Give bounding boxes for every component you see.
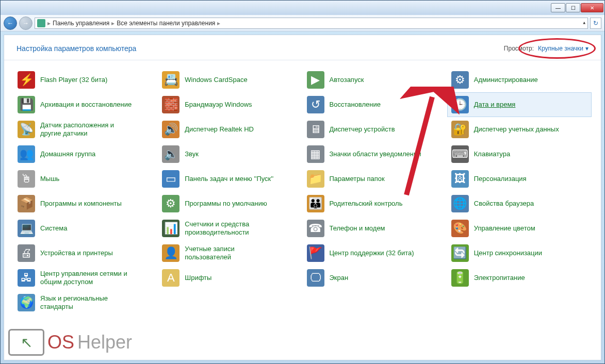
cp-item[interactable]: 📇Windows CardSpace — [158, 68, 302, 92]
cp-item-icon: ▭ — [162, 170, 179, 188]
cp-item[interactable]: 🎨Управление цветом — [447, 216, 592, 241]
view-value-dropdown[interactable]: Крупные значки ▾ — [538, 45, 588, 52]
cp-item-icon: 🚩 — [307, 244, 324, 262]
cp-item-label: Flash Player (32 бита) — [40, 76, 107, 84]
cp-item[interactable]: 🌍Язык и региональные стандарты — [13, 290, 158, 315]
cp-item[interactable]: ☎Телефон и модем — [303, 216, 447, 241]
cp-item[interactable]: ▶Автозапуск — [303, 68, 447, 92]
cp-item[interactable]: 👥Домашняя группа — [13, 142, 158, 167]
cp-item[interactable]: 👤Учетные записи пользователей — [158, 241, 302, 266]
cp-item[interactable]: AШрифты — [158, 266, 302, 290]
cp-item[interactable]: 📡Датчик расположения и другие датчики — [13, 117, 158, 142]
minimize-button[interactable]: — — [551, 3, 565, 12]
cp-item-icon: 🔄 — [451, 244, 469, 262]
cp-item[interactable]: 🔐Диспетчер учетных данных — [447, 117, 592, 142]
cp-item[interactable]: 🔋Электропитание — [447, 266, 592, 290]
cp-item[interactable]: 💾Архивация и восстановление — [13, 92, 158, 117]
view-label: Просмотр: — [504, 45, 534, 52]
cp-item[interactable]: ⚙Администрирование — [447, 68, 592, 92]
refresh-button[interactable]: ↻ — [590, 18, 601, 29]
cp-item-icon: 🖨 — [18, 244, 35, 262]
cp-item[interactable]: ⌨Клавиатура — [447, 142, 592, 167]
cp-item-icon: 👥 — [18, 145, 35, 163]
view-value-text: Крупные значки — [538, 45, 583, 52]
cp-item-label: Телефон и модем — [330, 224, 385, 233]
cp-item-label: Экран — [330, 274, 349, 282]
breadcrumb-sep: ▸ — [47, 20, 51, 27]
cp-item-label: Персонализация — [474, 175, 527, 183]
forward-button[interactable]: → — [19, 16, 32, 30]
cp-item-label: Родительский контроль — [330, 200, 403, 208]
cp-item-icon: 🔊 — [162, 121, 179, 138]
cp-item[interactable]: 🌐Свойства браузера — [447, 191, 592, 216]
maximize-button[interactable]: ☐ — [566, 3, 580, 12]
cp-item[interactable]: 🚩Центр поддержки (32 бита) — [303, 241, 447, 266]
cp-item[interactable]: 🖱Мышь — [13, 167, 158, 191]
cp-item-label: Язык и региональные стандарты — [40, 294, 133, 311]
watermark-os: OS — [47, 332, 74, 353]
cp-item[interactable]: 🧱Брандмауэр Windows — [158, 92, 302, 117]
breadcrumb-sep: ▸ — [111, 20, 115, 27]
cp-item-icon: ↺ — [307, 96, 324, 113]
cp-item-icon: 💻 — [18, 220, 35, 237]
cp-item-icon: 🌍 — [18, 294, 35, 311]
cp-item-icon: 🧱 — [162, 96, 179, 113]
cp-item[interactable]: 🔊Диспетчер Realtek HD — [158, 117, 302, 142]
cp-item[interactable]: 📦Программы и компоненты — [13, 191, 158, 216]
cp-item-label: Диспетчер устройств — [330, 125, 395, 134]
cp-item-label: Центр поддержки (32 бита) — [330, 249, 414, 257]
cp-item[interactable]: ⚙Программы по умолчанию — [158, 191, 302, 216]
breadcrumb-part-0[interactable]: Панель управления — [53, 20, 109, 27]
cp-item-label: Автозапуск — [330, 76, 364, 84]
cp-item-label: Датчик расположения и другие датчики — [40, 121, 133, 138]
cp-item[interactable]: 🔄Центр синхронизации — [447, 241, 592, 266]
cp-item-label: Параметры папок — [330, 175, 385, 183]
cp-item[interactable]: 📊Счетчики и средства производительности — [158, 216, 302, 241]
cp-item[interactable]: 💻Система — [13, 216, 158, 241]
cp-item-icon: 📁 — [307, 170, 324, 188]
breadcrumb-dropdown-icon[interactable]: ▾ — [583, 21, 585, 26]
cp-item[interactable]: 🕒Дата и время — [447, 92, 592, 117]
chevron-down-icon: ▾ — [585, 45, 588, 52]
cp-item-label: Устройства и принтеры — [40, 249, 113, 257]
cp-item[interactable]: 🖨Устройства и принтеры — [13, 241, 158, 266]
watermark: ↖ OS Helper — [8, 329, 132, 356]
cp-item[interactable]: 🔈Звук — [158, 142, 302, 167]
cp-item-label: Мышь — [40, 175, 59, 183]
watermark-helper: Helper — [77, 332, 132, 353]
cp-item-label: Панель задач и меню ''Пуск'' — [185, 175, 273, 183]
cp-item-icon: A — [162, 269, 179, 287]
cp-item-icon: 🖵 — [307, 269, 324, 287]
breadcrumb[interactable]: ▸ Панель управления ▸ Все элементы панел… — [35, 18, 588, 29]
cp-item[interactable]: ▭Панель задач и меню ''Пуск'' — [158, 167, 302, 191]
cp-item-label: Администрирование — [474, 76, 538, 84]
cp-item[interactable]: ▦Значки области уведомлений — [303, 142, 447, 167]
cp-item-label: Свойства браузера — [474, 200, 534, 208]
breadcrumb-sep: ▸ — [217, 20, 220, 27]
cp-item-label: Электропитание — [474, 274, 525, 282]
cp-item-label: Счетчики и средства производительности — [185, 220, 277, 237]
cp-item[interactable]: ↺Восстановление — [303, 92, 447, 117]
cp-item-icon: 📊 — [162, 220, 179, 237]
cp-item-icon: 🖱 — [18, 170, 35, 188]
cp-item-icon: 🌐 — [451, 195, 469, 212]
cp-item-label: Управление цветом — [474, 224, 535, 233]
cp-item-label: Учетные записи пользователей — [185, 245, 277, 262]
cp-item-icon: 📇 — [162, 71, 179, 89]
content-area: Настройка параметров компьютера Просмотр… — [4, 35, 601, 360]
cp-item[interactable]: 🖧Центр управления сетями и общим доступо… — [13, 266, 158, 290]
cp-item[interactable]: 🖵Экран — [303, 266, 447, 290]
cp-item[interactable]: 👪Родительский контроль — [303, 191, 447, 216]
cp-item[interactable]: 📁Параметры папок — [303, 167, 447, 191]
cp-item-label: Шрифты — [185, 274, 211, 282]
close-button[interactable]: ✕ — [581, 3, 603, 12]
navigation-bar: ← → ▸ Панель управления ▸ Все элементы п… — [1, 15, 604, 31]
control-panel-grid: ⚡Flash Player (32 бита)📇Windows CardSpac… — [4, 60, 601, 322]
cp-item[interactable]: 🖼Персонализация — [447, 167, 592, 191]
breadcrumb-part-1[interactable]: Все элементы панели управления — [117, 20, 215, 27]
cp-item-icon: ▶ — [307, 71, 324, 89]
cp-item-label: Центр управления сетями и общим доступом — [40, 270, 133, 287]
back-button[interactable]: ← — [4, 16, 17, 30]
cp-item[interactable]: 🖥Диспетчер устройств — [303, 117, 447, 142]
cp-item[interactable]: ⚡Flash Player (32 бита) — [13, 68, 158, 92]
